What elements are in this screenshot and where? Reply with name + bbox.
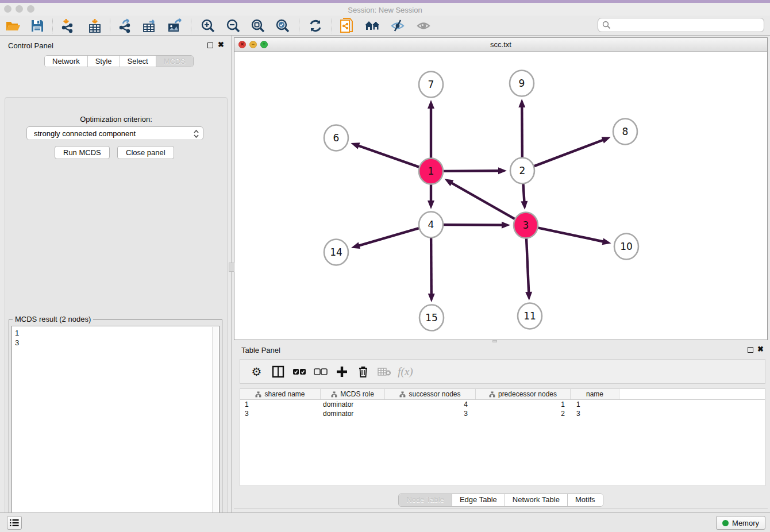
column-header-successor-nodes[interactable]: successor nodes (385, 389, 476, 399)
table-cell[interactable]: 4 (385, 400, 476, 409)
graph-node-10[interactable]: 10 (614, 234, 638, 260)
zoom-out-button[interactable] (225, 17, 242, 34)
table-row[interactable]: 3dominator323 (240, 409, 765, 418)
hide-selected-button[interactable] (389, 17, 406, 34)
close-panel-button[interactable]: Close panel (117, 146, 174, 159)
delete-column-button[interactable] (352, 361, 374, 382)
add-column-button[interactable] (331, 361, 352, 382)
table-cell[interactable]: 3 (571, 409, 619, 418)
home-button[interactable] (364, 17, 381, 34)
tab-motifs[interactable]: Motifs (567, 494, 603, 506)
graph-node-3[interactable]: 3 (514, 213, 538, 238)
edge-3-1[interactable] (451, 183, 516, 219)
graph-node-7[interactable]: 7 (419, 72, 443, 98)
import-network-button[interactable] (59, 17, 76, 34)
function-builder-button[interactable]: f(x) (395, 361, 416, 382)
column-header-mcds-role[interactable]: MCDS role (321, 389, 385, 399)
tab-mcds[interactable]: MCDS (156, 56, 193, 67)
edge-3-11[interactable] (526, 237, 529, 293)
table-cell[interactable]: dominator (321, 409, 385, 418)
tab-select[interactable]: Select (120, 56, 156, 67)
table-cell[interactable]: 1 (571, 400, 619, 409)
table-close-icon[interactable]: ✖ (757, 346, 764, 352)
result-item[interactable]: 3 (12, 338, 219, 348)
criterion-value: strongly connected component (34, 129, 136, 138)
graph-node-15[interactable]: 15 (419, 305, 444, 331)
graph-node-9[interactable]: 9 (510, 71, 534, 97)
edge-2-3[interactable] (523, 182, 524, 202)
log-console-button[interactable] (7, 516, 22, 530)
show-columns-button[interactable] (267, 361, 288, 382)
zoom-in-button[interactable] (199, 17, 217, 34)
tab-node-table[interactable]: Node Table (399, 494, 452, 506)
control-panel: Control Panel ✖ NetworkStyleSelectMCDS O… (0, 36, 232, 512)
save-session-button[interactable] (29, 17, 46, 34)
edge-4-15[interactable] (431, 236, 432, 295)
mcds-result-list[interactable]: 13 (11, 326, 220, 532)
edge-1-2[interactable] (442, 171, 499, 171)
table-float-icon[interactable] (748, 347, 753, 353)
tab-style[interactable]: Style (87, 56, 120, 67)
search-field[interactable] (598, 18, 764, 32)
table-cell[interactable]: 1 (240, 400, 321, 409)
trash-icon (358, 365, 368, 377)
edge-2-9[interactable] (522, 106, 522, 159)
export-image-button[interactable] (167, 17, 184, 34)
eye-icon (415, 19, 432, 33)
column-header-shared-name[interactable]: shared name (240, 389, 321, 399)
table-cell[interactable]: 2 (476, 409, 571, 418)
edge-1-6[interactable] (358, 145, 420, 167)
deselect-all-rows-button[interactable] (310, 361, 331, 382)
result-scrollbar[interactable] (212, 327, 218, 532)
graph-node-2[interactable]: 2 (510, 158, 534, 184)
search-input[interactable] (614, 20, 764, 30)
graph-node-1[interactable]: 1 (419, 159, 443, 184)
float-panel-icon[interactable] (207, 43, 213, 48)
edge-2-8[interactable] (533, 140, 604, 167)
edge-4-3[interactable] (442, 225, 503, 225)
delete-table-button[interactable] (374, 361, 395, 382)
table-cell[interactable]: 1 (476, 400, 571, 409)
open-session-button[interactable] (5, 17, 22, 34)
close-panel-icon[interactable]: ✖ (218, 42, 224, 48)
table-tabs: Node TableEdge TableNetwork TableMotifs (398, 494, 603, 507)
panel-splitter-handle[interactable] (229, 263, 234, 272)
export-table-button[interactable] (141, 17, 159, 34)
table-settings-button[interactable]: ⚙ (246, 361, 267, 382)
table-body: 1dominator4113dominator323 (240, 400, 765, 418)
node-label: 7 (428, 79, 434, 90)
result-item[interactable]: 1 (12, 326, 219, 338)
table-cell[interactable]: 3 (240, 409, 321, 418)
tab-network[interactable]: Network (45, 56, 87, 67)
run-mcds-button[interactable]: Run MCDS (55, 146, 110, 159)
column-header-predecessor-nodes[interactable]: predecessor nodes (476, 389, 571, 399)
table-cell[interactable]: dominator (321, 400, 385, 409)
edge-4-14[interactable] (358, 228, 419, 246)
table-row[interactable]: 1dominator411 (240, 400, 765, 409)
app-title: Session: New Session (0, 6, 770, 14)
table-tabs-row: Node TableEdge TableNetwork TableMotifs (234, 492, 768, 509)
memory-button[interactable]: Memory (716, 516, 765, 530)
tab-edge-table[interactable]: Edge Table (452, 494, 505, 506)
graph-node-14[interactable]: 14 (324, 240, 348, 265)
criterion-select[interactable]: strongly connected component (26, 126, 203, 140)
network-graph[interactable]: 7968124314101511 (234, 52, 767, 340)
graph-node-4[interactable]: 4 (419, 212, 443, 238)
show-hidden-button[interactable] (415, 17, 432, 34)
zoom-fit-button[interactable] (249, 17, 267, 34)
table-cell[interactable]: 3 (385, 409, 476, 418)
zoom-selected-button[interactable] (274, 17, 291, 34)
graph-node-11[interactable]: 11 (518, 303, 542, 329)
node-table[interactable]: shared nameMCDS rolesuccessor nodesprede… (240, 388, 765, 486)
column-header-name[interactable]: name (571, 389, 619, 399)
tab-network-table[interactable]: Network Table (505, 494, 567, 506)
select-all-rows-button[interactable] (288, 361, 310, 382)
edge-3-10[interactable] (537, 228, 604, 242)
new-network-from-selection-button[interactable] (338, 17, 356, 34)
graph-node-8[interactable]: 8 (613, 119, 637, 145)
refresh-button[interactable] (307, 17, 324, 34)
import-table-button[interactable] (86, 17, 103, 34)
export-network-button[interactable] (117, 17, 134, 34)
graph-node-6[interactable]: 6 (324, 125, 348, 151)
optimization-criterion-label: Optimization criterion: (5, 115, 227, 124)
